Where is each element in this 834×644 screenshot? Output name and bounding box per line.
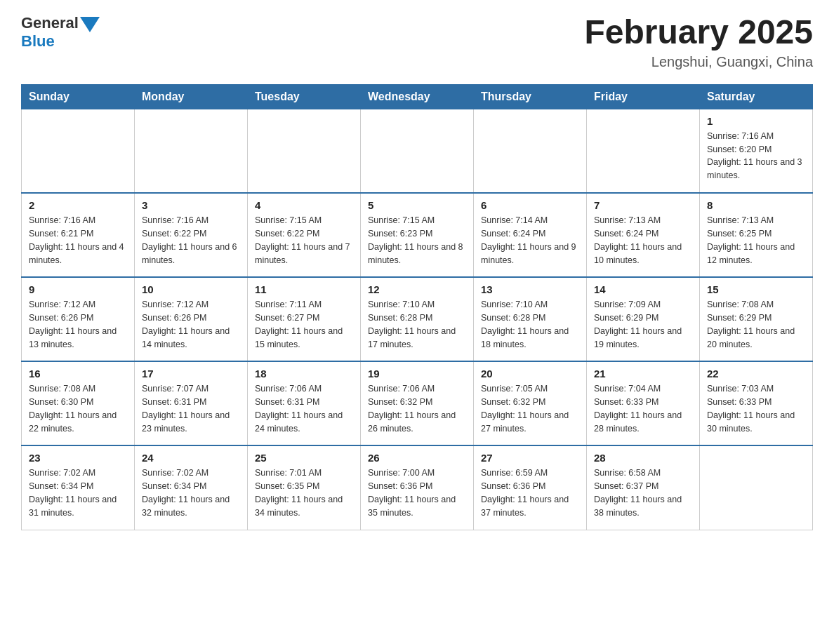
day-info: Sunrise: 7:00 AM Sunset: 6:36 PM Dayligh… xyxy=(368,467,466,519)
logo-triangle-icon xyxy=(80,17,100,32)
day-cell: 24Sunrise: 7:02 AM Sunset: 6:34 PM Dayli… xyxy=(135,445,248,530)
day-info: Sunrise: 7:12 AM Sunset: 6:26 PM Dayligh… xyxy=(142,298,240,351)
day-number: 18 xyxy=(255,368,353,380)
day-cell: 28Sunrise: 6:58 AM Sunset: 6:37 PM Dayli… xyxy=(587,445,700,530)
day-cell: 6Sunrise: 7:14 AM Sunset: 6:24 PM Daylig… xyxy=(474,193,587,277)
calendar-header-row: SundayMondayTuesdayWednesdayThursdayFrid… xyxy=(22,84,813,109)
day-cell: 3Sunrise: 7:16 AM Sunset: 6:22 PM Daylig… xyxy=(135,193,248,277)
page-header: General Blue February 2025 Lengshui, Gua… xyxy=(21,14,813,70)
day-cell: 15Sunrise: 7:08 AM Sunset: 6:29 PM Dayli… xyxy=(700,277,813,361)
week-row-2: 2Sunrise: 7:16 AM Sunset: 6:21 PM Daylig… xyxy=(22,193,813,277)
col-header-friday: Friday xyxy=(587,84,700,109)
day-cell: 14Sunrise: 7:09 AM Sunset: 6:29 PM Dayli… xyxy=(587,277,700,361)
day-number: 9 xyxy=(29,283,127,295)
col-header-monday: Monday xyxy=(135,84,248,109)
calendar-title-block: February 2025 Lengshui, Guangxi, China xyxy=(584,14,813,70)
day-info: Sunrise: 7:16 AM Sunset: 6:20 PM Dayligh… xyxy=(707,130,805,182)
day-number: 26 xyxy=(368,452,466,464)
day-info: Sunrise: 7:06 AM Sunset: 6:32 PM Dayligh… xyxy=(368,382,466,435)
day-cell xyxy=(248,109,361,193)
day-info: Sunrise: 7:09 AM Sunset: 6:29 PM Dayligh… xyxy=(594,298,692,351)
day-number: 23 xyxy=(29,452,127,464)
day-info: Sunrise: 6:59 AM Sunset: 6:36 PM Dayligh… xyxy=(481,467,579,519)
logo: General Blue xyxy=(21,14,100,51)
day-number: 8 xyxy=(707,199,805,211)
day-cell: 11Sunrise: 7:11 AM Sunset: 6:27 PM Dayli… xyxy=(248,277,361,361)
day-number: 22 xyxy=(707,368,805,380)
calendar-subtitle: Lengshui, Guangxi, China xyxy=(584,54,813,70)
week-row-5: 23Sunrise: 7:02 AM Sunset: 6:34 PM Dayli… xyxy=(22,445,813,530)
day-cell: 20Sunrise: 7:05 AM Sunset: 6:32 PM Dayli… xyxy=(474,361,587,445)
col-header-sunday: Sunday xyxy=(22,84,135,109)
day-info: Sunrise: 7:03 AM Sunset: 6:33 PM Dayligh… xyxy=(707,382,805,435)
day-info: Sunrise: 7:14 AM Sunset: 6:24 PM Dayligh… xyxy=(481,214,579,267)
day-number: 5 xyxy=(368,199,466,211)
day-number: 19 xyxy=(368,368,466,380)
logo-general-text: General xyxy=(21,14,79,32)
day-info: Sunrise: 7:02 AM Sunset: 6:34 PM Dayligh… xyxy=(29,467,127,519)
day-info: Sunrise: 7:13 AM Sunset: 6:24 PM Dayligh… xyxy=(594,214,692,267)
day-number: 3 xyxy=(142,199,240,211)
day-cell xyxy=(700,445,813,530)
day-cell xyxy=(135,109,248,193)
day-cell: 21Sunrise: 7:04 AM Sunset: 6:33 PM Dayli… xyxy=(587,361,700,445)
day-info: Sunrise: 7:16 AM Sunset: 6:21 PM Dayligh… xyxy=(29,214,127,267)
day-info: Sunrise: 6:58 AM Sunset: 6:37 PM Dayligh… xyxy=(594,467,692,519)
col-header-wednesday: Wednesday xyxy=(361,84,474,109)
day-info: Sunrise: 7:05 AM Sunset: 6:32 PM Dayligh… xyxy=(481,382,579,435)
day-number: 25 xyxy=(255,452,353,464)
day-info: Sunrise: 7:15 AM Sunset: 6:23 PM Dayligh… xyxy=(368,214,466,267)
day-cell xyxy=(474,109,587,193)
day-number: 27 xyxy=(481,452,579,464)
day-info: Sunrise: 7:06 AM Sunset: 6:31 PM Dayligh… xyxy=(255,382,353,435)
day-cell: 19Sunrise: 7:06 AM Sunset: 6:32 PM Dayli… xyxy=(361,361,474,445)
day-cell: 8Sunrise: 7:13 AM Sunset: 6:25 PM Daylig… xyxy=(700,193,813,277)
day-cell: 18Sunrise: 7:06 AM Sunset: 6:31 PM Dayli… xyxy=(248,361,361,445)
day-number: 1 xyxy=(707,115,805,127)
day-info: Sunrise: 7:11 AM Sunset: 6:27 PM Dayligh… xyxy=(255,298,353,351)
day-info: Sunrise: 7:13 AM Sunset: 6:25 PM Dayligh… xyxy=(707,214,805,267)
day-cell: 2Sunrise: 7:16 AM Sunset: 6:21 PM Daylig… xyxy=(22,193,135,277)
day-cell: 27Sunrise: 6:59 AM Sunset: 6:36 PM Dayli… xyxy=(474,445,587,530)
day-info: Sunrise: 7:07 AM Sunset: 6:31 PM Dayligh… xyxy=(142,382,240,435)
day-number: 2 xyxy=(29,199,127,211)
day-cell: 16Sunrise: 7:08 AM Sunset: 6:30 PM Dayli… xyxy=(22,361,135,445)
day-cell: 4Sunrise: 7:15 AM Sunset: 6:22 PM Daylig… xyxy=(248,193,361,277)
day-info: Sunrise: 7:02 AM Sunset: 6:34 PM Dayligh… xyxy=(142,467,240,519)
day-number: 17 xyxy=(142,368,240,380)
day-cell: 26Sunrise: 7:00 AM Sunset: 6:36 PM Dayli… xyxy=(361,445,474,530)
day-info: Sunrise: 7:08 AM Sunset: 6:30 PM Dayligh… xyxy=(29,382,127,435)
calendar-title: February 2025 xyxy=(584,14,813,51)
week-row-4: 16Sunrise: 7:08 AM Sunset: 6:30 PM Dayli… xyxy=(22,361,813,445)
day-number: 20 xyxy=(481,368,579,380)
day-info: Sunrise: 7:10 AM Sunset: 6:28 PM Dayligh… xyxy=(368,298,466,351)
day-number: 14 xyxy=(594,283,692,295)
col-header-thursday: Thursday xyxy=(474,84,587,109)
week-row-3: 9Sunrise: 7:12 AM Sunset: 6:26 PM Daylig… xyxy=(22,277,813,361)
day-info: Sunrise: 7:16 AM Sunset: 6:22 PM Dayligh… xyxy=(142,214,240,267)
day-number: 4 xyxy=(255,199,353,211)
day-number: 21 xyxy=(594,368,692,380)
day-cell: 17Sunrise: 7:07 AM Sunset: 6:31 PM Dayli… xyxy=(135,361,248,445)
col-header-tuesday: Tuesday xyxy=(248,84,361,109)
day-info: Sunrise: 7:08 AM Sunset: 6:29 PM Dayligh… xyxy=(707,298,805,351)
day-number: 28 xyxy=(594,452,692,464)
calendar-table: SundayMondayTuesdayWednesdayThursdayFrid… xyxy=(21,84,813,530)
day-cell: 7Sunrise: 7:13 AM Sunset: 6:24 PM Daylig… xyxy=(587,193,700,277)
day-cell: 10Sunrise: 7:12 AM Sunset: 6:26 PM Dayli… xyxy=(135,277,248,361)
day-info: Sunrise: 7:10 AM Sunset: 6:28 PM Dayligh… xyxy=(481,298,579,351)
day-cell xyxy=(361,109,474,193)
day-number: 15 xyxy=(707,283,805,295)
day-number: 24 xyxy=(142,452,240,464)
day-cell: 1Sunrise: 7:16 AM Sunset: 6:20 PM Daylig… xyxy=(700,109,813,193)
day-info: Sunrise: 7:12 AM Sunset: 6:26 PM Dayligh… xyxy=(29,298,127,351)
day-number: 10 xyxy=(142,283,240,295)
week-row-1: 1Sunrise: 7:16 AM Sunset: 6:20 PM Daylig… xyxy=(22,109,813,193)
day-number: 13 xyxy=(481,283,579,295)
day-info: Sunrise: 7:04 AM Sunset: 6:33 PM Dayligh… xyxy=(594,382,692,435)
day-cell: 9Sunrise: 7:12 AM Sunset: 6:26 PM Daylig… xyxy=(22,277,135,361)
day-cell xyxy=(587,109,700,193)
day-number: 16 xyxy=(29,368,127,380)
day-cell: 13Sunrise: 7:10 AM Sunset: 6:28 PM Dayli… xyxy=(474,277,587,361)
logo-blue-text: Blue xyxy=(21,32,55,51)
